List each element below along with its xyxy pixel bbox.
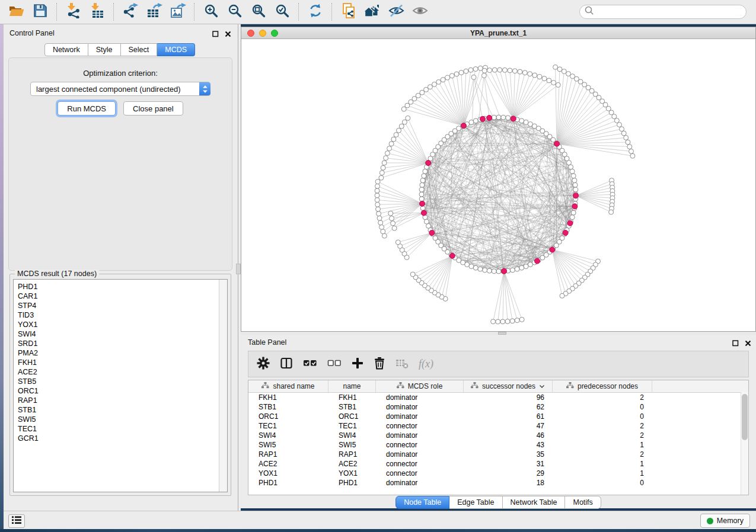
hide-selected-button[interactable] — [384, 2, 408, 21]
table-row[interactable]: ORC1ORC1dominator610 — [248, 412, 748, 421]
mcds-result-item[interactable]: GCR1 — [14, 434, 219, 443]
table-row[interactable]: STB1STB1dominator620 — [248, 402, 748, 412]
export-network-button[interactable] — [119, 2, 142, 21]
deselect-all-rows-button[interactable] — [327, 356, 342, 373]
network-canvas[interactable] — [241, 39, 755, 331]
zoom-fit-button[interactable] — [247, 2, 270, 21]
select-all-rows-button[interactable] — [303, 356, 317, 373]
column-header-successor-nodes[interactable]: successor nodes — [464, 380, 553, 392]
mcds-result-item[interactable]: ORC1 — [14, 386, 219, 396]
scrollbar-thumb[interactable] — [742, 394, 748, 440]
mcds-list-scrollbar[interactable] — [219, 280, 227, 492]
table-row[interactable]: FKH1FKH1dominator962 — [248, 393, 748, 402]
mcds-hub-node[interactable] — [563, 230, 568, 236]
network-window-titlebar[interactable]: YPA_prune.txt_1 — [241, 27, 755, 39]
show-all-button[interactable] — [408, 2, 432, 21]
vertical-splitter[interactable] — [236, 24, 241, 511]
run-mcds-button[interactable]: Run MCDS — [58, 101, 116, 116]
column-header-mcds-role[interactable]: MCDS role — [376, 380, 464, 392]
float-panel-icon[interactable] — [212, 29, 219, 40]
tab-style[interactable]: Style — [88, 43, 121, 56]
mcds-result-item[interactable]: STB1 — [14, 405, 219, 415]
mcds-result-item[interactable]: TEC1 — [14, 424, 219, 434]
tab-node-table[interactable]: Node Table — [395, 496, 449, 509]
mcds-hub-node[interactable] — [573, 193, 579, 198]
table-row[interactable]: PHD1PHD1dominator180 — [248, 478, 748, 488]
table-scrollbar[interactable] — [741, 392, 748, 495]
mcds-hub-node[interactable] — [511, 116, 516, 121]
zoom-selected-button[interactable] — [270, 2, 294, 21]
export-image-button[interactable] — [166, 2, 190, 21]
mcds-hub-node[interactable] — [567, 220, 573, 226]
zoom-out-button[interactable] — [223, 2, 247, 21]
table-row[interactable]: RAP1RAP1dominator352 — [248, 450, 748, 459]
close-panel-icon[interactable] — [225, 29, 231, 40]
splitter-handle[interactable] — [236, 264, 241, 274]
tab-network-table[interactable]: Network Table — [503, 496, 566, 509]
save-session-button[interactable] — [28, 2, 52, 21]
table-row[interactable]: TEC1TEC1connector472 — [248, 421, 748, 431]
mcds-result-item[interactable]: STP4 — [14, 301, 219, 310]
mcds-result-item[interactable]: TID3 — [14, 310, 219, 320]
tab-network[interactable]: Network — [44, 43, 88, 56]
delete-column-button[interactable] — [374, 356, 385, 373]
tab-motifs[interactable]: Motifs — [565, 496, 601, 509]
export-table-button[interactable] — [142, 2, 166, 21]
import-table-button[interactable] — [85, 2, 109, 21]
first-neighbors-button[interactable] — [361, 2, 384, 21]
mcds-result-item[interactable]: CAR1 — [14, 291, 219, 301]
close-panel-icon[interactable] — [745, 338, 751, 349]
float-panel-icon[interactable] — [732, 338, 739, 349]
mcds-hub-node[interactable] — [535, 258, 540, 264]
network-search-field[interactable] — [579, 5, 747, 19]
function-builder-button[interactable]: f(x) — [419, 356, 433, 373]
mcds-result-item[interactable]: FKH1 — [14, 358, 219, 367]
duplicate-network-button[interactable] — [337, 2, 361, 21]
mcds-hub-node[interactable] — [572, 204, 578, 209]
table-row[interactable]: SWI4SWI4dominator462 — [248, 431, 748, 440]
mcds-result-item[interactable]: RAP1 — [14, 396, 219, 405]
mcds-result-list[interactable]: PHD1CAR1STP4TID3YOX1SWI4SRD1PMA2FKH1ACE2… — [13, 279, 228, 492]
mcds-result-item[interactable]: SWI5 — [14, 415, 219, 424]
mcds-result-item[interactable]: SRD1 — [14, 339, 219, 348]
refresh-view-button[interactable] — [304, 2, 327, 21]
mcds-hub-node[interactable] — [420, 201, 425, 206]
mcds-result-item[interactable]: STB5 — [14, 377, 219, 386]
mcds-result-item[interactable]: PHD1 — [14, 282, 219, 291]
tab-edge-table[interactable]: Edge Table — [449, 496, 502, 509]
memory-button[interactable]: Memory — [700, 514, 750, 528]
column-header-predecessor-nodes[interactable]: predecessor nodes — [553, 380, 652, 392]
close-panel-button[interactable]: Close panel — [123, 101, 183, 116]
mcds-hub-node[interactable] — [550, 247, 555, 252]
mcds-hub-node[interactable] — [487, 116, 492, 121]
mcds-result-item[interactable]: YOX1 — [14, 320, 219, 329]
zoom-in-button[interactable] — [199, 2, 223, 21]
delete-table-button[interactable] — [395, 356, 409, 373]
mcds-result-item[interactable]: SWI4 — [14, 329, 219, 339]
mcds-hub-node[interactable] — [426, 161, 431, 166]
mcds-result-item[interactable]: PMA2 — [14, 348, 219, 358]
open-file-button[interactable] — [5, 2, 28, 21]
show-columns-button[interactable] — [280, 356, 293, 373]
add-column-button[interactable] — [352, 356, 363, 373]
import-network-button[interactable] — [62, 2, 85, 21]
tab-mcds[interactable]: MCDS — [157, 43, 195, 56]
mcds-hub-node[interactable] — [480, 116, 486, 121]
table-row[interactable]: ACE2ACE2connector311 — [248, 459, 748, 469]
criterion-dropdown[interactable]: largest connected component (undirected) — [30, 82, 210, 96]
mcds-hub-node[interactable] — [502, 268, 507, 274]
mcds-hub-node[interactable] — [449, 253, 455, 258]
tab-select[interactable]: Select — [121, 43, 158, 56]
search-input[interactable] — [597, 6, 746, 18]
mcds-hub-node[interactable] — [421, 210, 426, 216]
table-row[interactable]: SWI5SWI5connector431 — [248, 440, 748, 450]
column-header-shared-name[interactable]: shared name — [248, 380, 328, 392]
column-header-name[interactable]: name — [328, 380, 376, 392]
mcds-hub-node[interactable] — [461, 123, 467, 129]
task-history-button[interactable] — [8, 514, 25, 528]
table-settings-button[interactable] — [257, 356, 270, 373]
table-row[interactable]: YOX1YOX1connector291 — [248, 469, 748, 478]
mcds-hub-node[interactable] — [554, 141, 560, 146]
mcds-hub-node[interactable] — [429, 230, 435, 236]
mcds-result-item[interactable]: ACE2 — [14, 367, 219, 377]
